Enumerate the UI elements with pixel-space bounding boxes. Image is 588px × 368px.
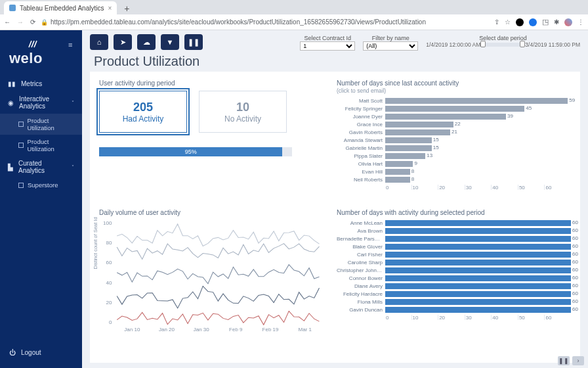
bar [385, 129, 450, 135]
extension-icon[interactable] [529, 18, 537, 26]
bar-row[interactable]: Joanne Dyer39 [337, 112, 571, 120]
bar-row[interactable]: Carl Fisher60 [337, 250, 571, 258]
bar-value: 21 [452, 129, 457, 135]
name-select[interactable]: (All) [363, 41, 418, 51]
bar [385, 137, 432, 143]
panel-days-with: Number of days with activity during sele… [337, 209, 571, 355]
sheet-icon [18, 183, 24, 188]
logout-button[interactable]: ⏻ Logout [0, 341, 82, 368]
bar-label: Gavin Roberts [337, 129, 385, 135]
bar [385, 106, 524, 112]
bar-row[interactable]: Diane Avery60 [337, 282, 571, 290]
bar-label: Anne McLean [337, 220, 385, 226]
kpi-had-activity[interactable]: 205 Had Activity [99, 91, 187, 133]
bar-row[interactable]: Felicity Hardacre60 [337, 290, 571, 298]
bar-value: 13 [427, 152, 432, 158]
bar-label: Diane Avery [337, 283, 385, 289]
url-text: https://pm.embedded.tableau.com/analytic… [51, 18, 426, 26]
bar-value: 60 [572, 290, 578, 296]
panel-title: Number of days with activity during sele… [337, 209, 571, 216]
bar-row[interactable]: Neil Roberts8 [337, 175, 571, 183]
bar-chart-days-since[interactable]: Matt Scott59Felicity Springer45Joanne Dy… [337, 97, 571, 183]
date-slider[interactable] [482, 43, 524, 47]
line-chart[interactable] [99, 220, 322, 325]
bar-row[interactable]: Pippa Slater13 [337, 152, 571, 160]
reload-icon[interactable]: ⟳ [30, 18, 35, 26]
bar-label: Fiona Mills [337, 299, 385, 305]
bar [385, 98, 568, 104]
nav-label: Interactive Analytics [19, 95, 66, 110]
kpi-no-activity[interactable]: 10 No Activity [199, 91, 287, 133]
globe-icon: ◉ [8, 99, 14, 106]
nav-sub-superstore[interactable]: Superstore [0, 178, 82, 192]
sidebar-toggle-icon[interactable]: ≡ [68, 41, 72, 49]
download-button[interactable]: ☁ [137, 34, 156, 50]
bar-row[interactable]: Bernadette Parsons60 [337, 235, 571, 242]
line-series [117, 244, 319, 260]
bar-row[interactable]: Felicity Springer45 [337, 104, 571, 112]
nav-metrics[interactable]: ▮▮ Metrics [0, 76, 82, 91]
nav-sub-product-utilization-2[interactable]: Product Utilization [0, 135, 82, 156]
next-small-button[interactable]: › [572, 356, 584, 365]
bar [385, 244, 571, 250]
bar-row[interactable]: Caroline Sharp60 [337, 258, 571, 266]
home-button[interactable]: ⌂ [90, 34, 108, 50]
nav-sub-product-utilization[interactable]: Product Utilization [0, 114, 82, 135]
kebab-icon[interactable]: ⋮ [578, 18, 584, 26]
bar-row[interactable]: Amanda Stewart15 [337, 136, 571, 144]
kpi-label: No Activity [224, 114, 261, 124]
bar-row[interactable]: Anne McLean60 [337, 219, 571, 227]
bar-row[interactable]: Olivia Hart9 [337, 160, 571, 168]
bar-value: 15 [433, 137, 439, 143]
forward-icon[interactable]: → [17, 18, 24, 26]
panel-title: Number of days since last account activi… [337, 80, 571, 87]
line-series [117, 286, 319, 308]
panel-title: Daily volume of user activity [99, 209, 322, 216]
bar-row[interactable]: Blake Glover60 [337, 242, 571, 250]
bar-row[interactable]: Fiona Mills60 [337, 298, 571, 306]
contract-select[interactable]: 1 [300, 41, 355, 51]
bar-row[interactable]: Gavin Roberts21 [337, 128, 571, 136]
bar-chart-days-with[interactable]: Anne McLean60Ava Brown60Bernadette Parso… [337, 219, 571, 313]
bar-value: 60 [572, 298, 578, 304]
slider-handle-end[interactable] [520, 41, 525, 47]
tab-close-icon[interactable]: × [108, 5, 112, 12]
puzzle-icon[interactable]: ✱ [554, 18, 559, 26]
back-icon[interactable]: ← [4, 18, 10, 26]
nav-curated-analytics[interactable]: ▙ Curated Analytics ˅ [0, 156, 82, 178]
browser-tab[interactable]: Tableau Embedded Analytics × [4, 1, 117, 14]
panel-daily-volume: Daily volume of user activity Distinct c… [99, 209, 322, 355]
extension-icon[interactable] [516, 18, 524, 26]
slider-handle-start[interactable] [480, 41, 486, 47]
pause-small-button[interactable]: ❚❚ [558, 356, 570, 365]
star-icon[interactable]: ☆ [505, 18, 511, 26]
filter-contract: Select Contract Id 1 [300, 35, 355, 51]
bar [385, 122, 453, 127]
bar-row[interactable]: Grace Ince22 [337, 120, 571, 128]
url-field[interactable]: 🔒 https://pm.embedded.tableau.com/analyt… [41, 18, 489, 26]
line-series [117, 224, 319, 246]
share-button[interactable]: ➤ [114, 34, 132, 50]
profile-avatar[interactable] [564, 18, 572, 26]
bar-label: Christopher Johnst... [337, 267, 385, 273]
nav-interactive-analytics[interactable]: ◉ Interactive Analytics ˅ [0, 91, 82, 114]
bar [385, 267, 571, 273]
bar-value: 60 [572, 259, 578, 265]
progress-bar[interactable]: 95% [99, 147, 292, 156]
bar-row[interactable]: Ava Brown60 [337, 227, 571, 235]
bar-row[interactable]: Matt Scott59 [337, 97, 571, 104]
bar-row[interactable]: Evan Hill8 [337, 168, 571, 175]
share-icon[interactable]: ⇪ [494, 18, 499, 26]
bar-row[interactable]: Gabrielle Martin15 [337, 144, 571, 152]
nav-label: Curated Analytics [18, 160, 66, 174]
extensions-icon[interactable]: ◳ [542, 18, 549, 26]
progress-fill: 95% [99, 147, 282, 156]
bar-row[interactable]: Christopher Johnst...60 [337, 266, 571, 274]
bar-value: 60 [572, 267, 578, 273]
pause-button[interactable]: ❚❚ [184, 34, 203, 50]
bar-row[interactable]: Connor Bower60 [337, 274, 571, 282]
filter-button[interactable]: ▼ [161, 34, 179, 50]
bar-label: Matt Scott [337, 98, 385, 104]
new-tab-button[interactable]: + [121, 3, 133, 14]
bar-row[interactable]: Gavin Duncan60 [337, 306, 571, 313]
